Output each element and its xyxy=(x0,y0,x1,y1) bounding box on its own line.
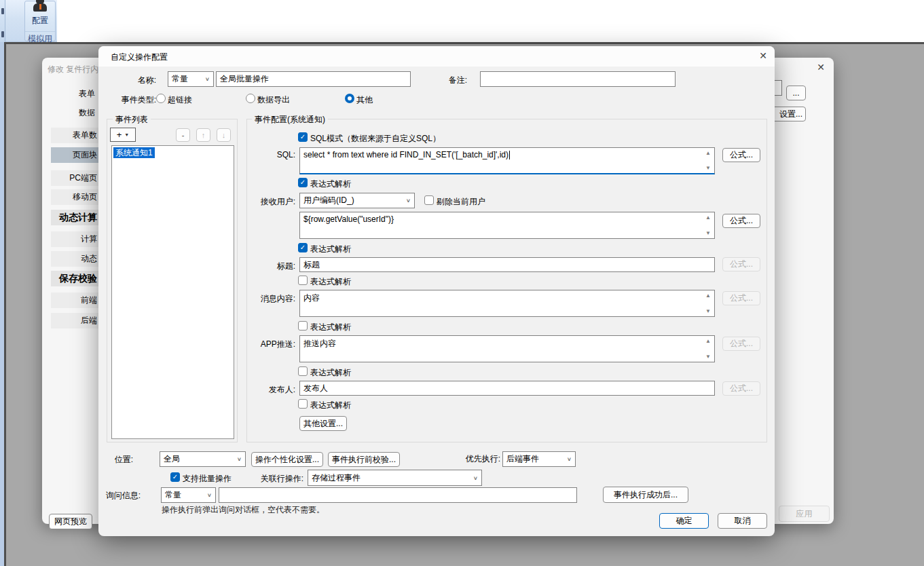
title-expr-label[interactable]: 表达式解析 xyxy=(310,276,351,288)
sidebar-item-dynamic[interactable]: 动态 xyxy=(51,251,98,267)
radio-data-export-label[interactable]: 数据导出 xyxy=(257,94,290,106)
batch-support-label[interactable]: 支持批量操作 xyxy=(183,473,232,485)
list-item[interactable]: 系统通知1 xyxy=(113,147,155,158)
sidebar-header-save-check[interactable]: 保存校验 xyxy=(51,271,98,286)
window-close-icon[interactable]: ✕ xyxy=(815,62,827,74)
related-action-select[interactable]: 存储过程事件 ∨ xyxy=(308,470,482,486)
receiver-expr-label[interactable]: 表达式解析 xyxy=(310,244,351,255)
publisher-input[interactable]: 发布人 xyxy=(299,381,715,396)
ribbon-group-simulate-user: 配置 模拟用户 xyxy=(24,1,56,41)
related-action-label: 关联行操作: xyxy=(251,473,303,485)
position-select[interactable]: 全局 ∨ xyxy=(160,451,246,467)
sidebar-item-mobile-page[interactable]: 移动页 xyxy=(51,189,98,205)
scroll-up-icon[interactable]: ▲ xyxy=(704,293,712,299)
priority-value: 后端事件 xyxy=(506,453,565,465)
publisher-formula-button[interactable]: 公式... xyxy=(722,381,760,396)
success-after-button[interactable]: 事件执行成功后... xyxy=(603,487,688,503)
move-down-button[interactable]: ↓ xyxy=(217,128,231,142)
name-type-select[interactable]: 常量 ∨ xyxy=(168,71,214,87)
chevron-down-icon: ∨ xyxy=(205,76,210,82)
exclude-current-user-checkbox[interactable]: ✓ xyxy=(424,195,434,205)
sidebar-item-page-block[interactable]: 页面块 xyxy=(51,147,98,163)
event-list-title: 事件列表 xyxy=(113,114,151,126)
scroll-down-icon[interactable]: ▼ xyxy=(704,230,712,236)
sql-expr-label[interactable]: 表达式解析 xyxy=(310,178,351,190)
app-push-expr-label[interactable]: 表达式解析 xyxy=(310,367,351,379)
remark-input[interactable] xyxy=(480,71,676,87)
title-expr-checkbox[interactable]: ✓ xyxy=(298,276,308,285)
receiver-textarea[interactable]: ${row.getValue("userId")} ▲ ▼ xyxy=(299,212,715,239)
message-expr-label[interactable]: 表达式解析 xyxy=(310,322,351,333)
publisher-expr-checkbox[interactable]: ✓ xyxy=(298,399,308,409)
message-formula-button[interactable]: 公式... xyxy=(722,291,760,305)
radio-hyperlink[interactable] xyxy=(156,94,166,103)
title-input[interactable]: 标题 xyxy=(299,257,715,272)
chevron-down-icon: ∨ xyxy=(473,475,478,481)
sql-mode-label[interactable]: SQL模式（数据来源于自定义SQL） xyxy=(310,133,441,145)
apply-button[interactable]: 应用 xyxy=(779,506,830,522)
config-button[interactable]: 配置 xyxy=(25,1,55,31)
receiver-formula-button[interactable]: 公式... xyxy=(722,214,760,228)
dialog-close-icon[interactable]: ✕ xyxy=(757,50,769,62)
ask-info-label: 询问信息: xyxy=(103,490,141,502)
receiver-label: 接收用户: xyxy=(250,196,295,208)
name-input[interactable]: 全局批量操作 xyxy=(216,71,411,87)
move-up-button[interactable]: ↑ xyxy=(196,128,210,142)
message-textarea[interactable]: 内容 ▲ ▼ xyxy=(299,290,715,317)
other-settings-button[interactable]: 其他设置... xyxy=(299,416,347,431)
exclude-current-user-label[interactable]: 剔除当前用户 xyxy=(437,196,485,208)
receiver-type-value: 用户编码(ID_) xyxy=(303,195,404,206)
scroll-up-icon[interactable]: ▲ xyxy=(704,338,712,344)
scroll-down-icon[interactable]: ▼ xyxy=(704,308,712,314)
app-push-expr-checkbox[interactable]: ✓ xyxy=(298,366,308,376)
sidebar-item-form[interactable]: 表单 xyxy=(42,86,96,102)
scroll-up-icon[interactable]: ▲ xyxy=(704,150,712,156)
name-type-value: 常量 xyxy=(172,73,203,85)
remove-event-button[interactable]: - xyxy=(176,128,190,142)
pre-check-button[interactable]: 事件执行前校验... xyxy=(328,452,400,467)
ok-button[interactable]: 确定 xyxy=(659,513,709,529)
message-value: 内容 xyxy=(303,293,701,304)
scroll-down-icon[interactable]: ▼ xyxy=(704,165,712,171)
scroll-up-icon[interactable]: ▲ xyxy=(704,214,712,221)
sql-expr-checkbox[interactable]: ✓ xyxy=(298,178,308,187)
sidebar-header-dynamic-calc[interactable]: 动态计算 xyxy=(51,210,98,225)
radio-other-label[interactable]: 其他 xyxy=(356,94,373,106)
sidebar-item-backend[interactable]: 后端 xyxy=(51,313,98,328)
title-formula-button[interactable]: 公式... xyxy=(722,257,760,271)
app-push-label: APP推送: xyxy=(250,339,295,350)
sql-textarea[interactable]: select * from text where id FIND_IN_SET(… xyxy=(299,147,715,174)
sidebar-item-calc[interactable]: 计算 xyxy=(51,231,98,247)
ribbon-fragment: 配置 模拟用户 xyxy=(0,0,57,42)
scroll-down-icon[interactable]: ▼ xyxy=(704,354,712,360)
add-event-button[interactable]: + ▼ xyxy=(110,128,136,142)
app-push-formula-button[interactable]: 公式... xyxy=(722,337,760,351)
radio-other[interactable] xyxy=(345,94,354,103)
sidebar-item-form-count[interactable]: 表单数 xyxy=(51,128,98,143)
radio-hyperlink-label[interactable]: 超链接 xyxy=(168,94,192,106)
priority-select[interactable]: 后端事件 ∨ xyxy=(502,451,576,467)
sidebar-item-data[interactable]: 数据 xyxy=(42,105,96,121)
sql-formula-button[interactable]: 公式... xyxy=(722,148,760,162)
publisher-expr-label[interactable]: 表达式解析 xyxy=(310,400,351,411)
personalize-settings-button[interactable]: 操作个性化设置... xyxy=(251,452,323,467)
ask-info-input[interactable] xyxy=(219,487,577,503)
more-button[interactable]: ... xyxy=(786,86,806,100)
menu-arrow-icon: ▼ xyxy=(124,132,129,137)
sidebar-item-pc-page[interactable]: PC端页 xyxy=(51,170,98,186)
sql-mode-checkbox[interactable]: ✓ xyxy=(298,132,308,142)
web-preview-button[interactable]: 网页预览 xyxy=(49,514,92,529)
remove-icon: - xyxy=(182,131,185,139)
ask-type-select[interactable]: 常量 ∨ xyxy=(161,487,216,503)
cancel-button[interactable]: 取消 xyxy=(718,513,767,529)
user-avatar-icon xyxy=(33,0,47,12)
sidebar-item-frontend[interactable]: 前端 xyxy=(51,293,98,308)
radio-data-export[interactable] xyxy=(246,94,255,103)
event-listbox[interactable]: 系统通知1 xyxy=(111,145,234,439)
batch-support-checkbox[interactable]: ✓ xyxy=(170,472,180,482)
receiver-expr-checkbox[interactable]: ✓ xyxy=(298,243,308,252)
app-push-textarea[interactable]: 推送内容 ▲ ▼ xyxy=(299,335,715,362)
message-expr-checkbox[interactable]: ✓ xyxy=(298,321,308,331)
receiver-type-select[interactable]: 用户编码(ID_) ∨ xyxy=(299,193,415,208)
position-label: 位置: xyxy=(103,454,133,466)
